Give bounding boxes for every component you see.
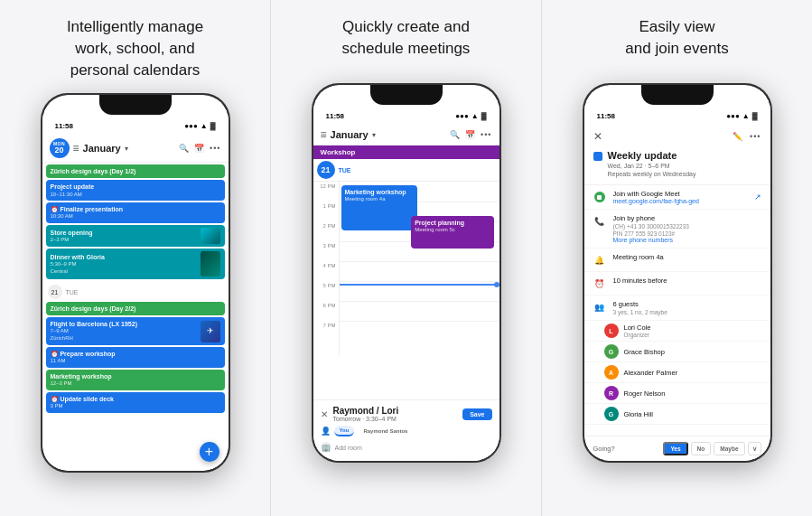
status-time-1: 11:58 bbox=[55, 122, 73, 130]
event-time: 12–3 PM bbox=[51, 380, 220, 388]
event-flight[interactable]: Flight to Barcelona (LX 1952) 7–9 AM Zür… bbox=[46, 317, 225, 345]
battery-icon-3: ▓ bbox=[752, 112, 758, 120]
time-label-3: 3 PM bbox=[313, 243, 339, 263]
event-time: 2–3 PM bbox=[51, 237, 93, 244]
event-marketing[interactable]: Marketing workshop 12–3 PM bbox=[46, 370, 225, 390]
day-separator-2: 21 TUE bbox=[46, 281, 225, 300]
modal-title-block: Raymond / Lori Tomorrow · 3:30–4 PM bbox=[333, 406, 463, 422]
event-finalize[interactable]: ⏰ Finalize presentation 10:30 AM bbox=[46, 202, 225, 223]
dropdown-icon[interactable]: ▾ bbox=[125, 145, 128, 153]
going-expand-button[interactable]: ∨ bbox=[748, 442, 761, 455]
guest-name-lori: Lori Cole bbox=[624, 324, 651, 332]
modal-save-button[interactable]: Save bbox=[462, 408, 491, 420]
guests-count-content: 6 guests 3 yes, 1 no, 2 maybe bbox=[613, 300, 761, 315]
event-time: 7–9 AM bbox=[51, 328, 137, 335]
event-slide[interactable]: ⏰ Update slide deck 3 PM bbox=[46, 392, 225, 413]
event-marketing-grid[interactable]: Marketing workshop Meeting room 4a bbox=[341, 185, 418, 230]
cal-month-title-2: January bbox=[331, 129, 369, 140]
more-icon-1[interactable]: ••• bbox=[210, 144, 220, 153]
guest-name-alexander: Alexander Palmer bbox=[624, 369, 678, 377]
signal-icon-2: ●●● bbox=[455, 112, 469, 120]
event-name: ⏰ Update slide deck bbox=[51, 395, 220, 403]
modal-event-subtitle: Tomorrow · 3:30–4 PM bbox=[333, 416, 463, 422]
event-dinner[interactable]: Dinner with Gloria 5:30–9 PM Central bbox=[46, 249, 225, 279]
notch-3 bbox=[641, 85, 714, 105]
detail-scroll: Join with Google Meet meet.google.com/fa… bbox=[584, 185, 770, 461]
event-project-grid[interactable]: Project planning Meeting room 5c bbox=[411, 216, 494, 249]
meet-text-block: Join with Google Meet meet.google.com/fa… bbox=[613, 190, 699, 204]
add-room-icon: 🏢 bbox=[321, 442, 331, 453]
event-store[interactable]: Store opening 2–3 PM bbox=[46, 225, 225, 247]
share-icon[interactable]: ↗ bbox=[754, 192, 761, 202]
search-icon-2[interactable]: 🔍 bbox=[450, 130, 460, 139]
grid-line-5 bbox=[340, 281, 499, 282]
guest-roger: R Roger Nelson bbox=[584, 383, 770, 404]
edit-icon[interactable]: ✏️ bbox=[733, 132, 742, 141]
notch-1 bbox=[99, 95, 172, 115]
status-time-2: 11:58 bbox=[326, 112, 344, 120]
guest-name-gloria: Gloria Hill bbox=[624, 410, 654, 418]
day-header-2: 21 TUE bbox=[313, 159, 499, 182]
dropdown-icon-2[interactable]: ▾ bbox=[372, 131, 376, 139]
grid-line-4 bbox=[340, 261, 499, 262]
phone-number: (CH) +41 30 3000015322233 bbox=[613, 223, 761, 230]
event-sub-grid: Meeting room 4a bbox=[345, 196, 415, 203]
more-icon-2[interactable]: ••• bbox=[481, 130, 491, 139]
calendar-icon-1[interactable]: 📅 bbox=[194, 144, 204, 153]
going-yes-button[interactable]: Yes bbox=[663, 442, 687, 455]
event-name: Store opening bbox=[51, 229, 93, 237]
avatar-alexander: A bbox=[604, 365, 619, 380]
wifi-icon: ▲ bbox=[201, 122, 208, 130]
event-name: Zürich design days (Day 2/2) bbox=[51, 305, 220, 313]
modal-close-button[interactable]: ✕ bbox=[321, 409, 328, 419]
modal-title-row: ✕ Raymond / Lori Tomorrow · 3:30–4 PM Sa… bbox=[321, 406, 492, 422]
event-project-update[interactable]: Project update 10–11:30 AM bbox=[46, 180, 225, 201]
close-icon[interactable]: ✕ bbox=[593, 130, 602, 143]
wifi-icon-3: ▲ bbox=[742, 112, 750, 120]
signal-icon: ●●● bbox=[184, 122, 198, 130]
day-label-2: TUE bbox=[66, 289, 79, 296]
time-label-7: 7 PM bbox=[313, 323, 339, 342]
add-room-text[interactable]: Add room bbox=[335, 445, 362, 451]
cal-month-title[interactable]: January bbox=[83, 143, 121, 154]
guests-sub: 3 yes, 1 no, 2 maybe bbox=[613, 309, 761, 315]
wifi-icon-2: ▲ bbox=[471, 112, 479, 120]
more-icon-3[interactable]: ••• bbox=[750, 132, 761, 141]
meet-circle bbox=[594, 192, 605, 202]
event-name: ⏰ Prepare workshop bbox=[51, 350, 220, 358]
status-bar-2: 11:58 ●●● ▲ ▓ bbox=[313, 105, 499, 125]
room-row: 🔔 Meeting room 4a bbox=[584, 249, 770, 272]
event-prepare[interactable]: ⏰ Prepare workshop 11 AM bbox=[46, 347, 225, 368]
guest-name-grace: Grace Bishop bbox=[624, 348, 665, 356]
battery-icon: ▓ bbox=[210, 122, 216, 130]
guests-icon: 👤 bbox=[321, 427, 331, 436]
event-zurich-2[interactable]: Zürich design days (Day 2/2) bbox=[46, 302, 225, 315]
going-no-button[interactable]: No bbox=[691, 442, 712, 455]
reminder-content: 10 minutes before bbox=[613, 277, 761, 285]
event-name: Flight to Barcelona (LX 1952) bbox=[51, 320, 137, 328]
hamburger-icon-2[interactable]: ≡ bbox=[321, 128, 327, 141]
fab-button[interactable]: + bbox=[200, 442, 219, 462]
meet-url[interactable]: meet.google.com/fae-fgha-ged bbox=[613, 198, 699, 204]
progress-dot bbox=[494, 282, 499, 287]
time-label-2: 2 PM bbox=[313, 223, 339, 243]
phone-1: 11:58 ●●● ▲ ▓ MON 20 ≡ Jan bbox=[41, 93, 230, 473]
event-name: Dinner with Gloria bbox=[51, 253, 105, 261]
going-maybe-button[interactable]: Maybe bbox=[714, 442, 744, 455]
status-bar-1: 11:58 ●●● ▲ ▓ bbox=[42, 115, 229, 135]
more-phones[interactable]: More phone numbers bbox=[613, 237, 761, 243]
event-zurich-1[interactable]: Zürich design days (Day 1/2) bbox=[46, 164, 225, 178]
event-thumbnail bbox=[201, 228, 220, 244]
going-buttons: Yes No Maybe ∨ bbox=[663, 442, 761, 455]
search-icon-1[interactable]: 🔍 bbox=[179, 144, 189, 153]
cal-header-left: MON 20 ≡ January ▾ bbox=[50, 138, 128, 158]
meet-content: Join with Google Meet meet.google.com/fa… bbox=[613, 190, 761, 204]
calendar-icon-2[interactable]: 📅 bbox=[465, 130, 475, 139]
guest-chip-you[interactable]: You bbox=[334, 426, 355, 436]
hamburger-icon[interactable]: ≡ bbox=[73, 142, 79, 155]
day-badge-1: MON 20 bbox=[50, 138, 70, 158]
event-name: Marketing workshop bbox=[51, 372, 220, 380]
meet-icon bbox=[593, 191, 606, 203]
event-title-block: Weekly update Wed, Jan 22 · 5–6 PM Repea… bbox=[584, 146, 770, 185]
guest-chip-raymond[interactable]: Raymond Santos bbox=[358, 427, 413, 436]
